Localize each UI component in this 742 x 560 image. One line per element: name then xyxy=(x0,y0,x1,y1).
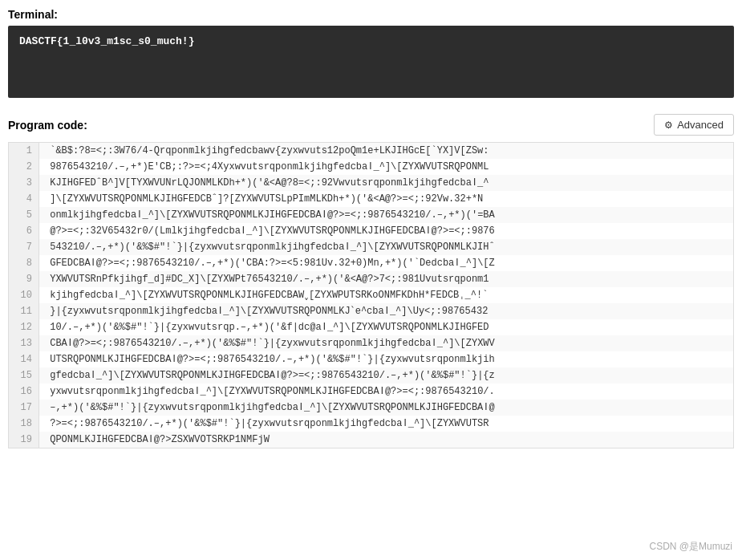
line-number: 15 xyxy=(9,367,39,383)
line-number: 3 xyxy=(9,175,39,191)
line-number: 7 xyxy=(9,239,39,255)
table-row: 7 543210/.–,+*)('&%$#"!`}|{zyxwvutsrqpon… xyxy=(9,239,733,255)
line-content: 9876543210/.–,+*)E'CB;:?>=<;4Xyxwvutsrqp… xyxy=(39,159,494,175)
line-number: 13 xyxy=(9,335,39,351)
table-row: 18 ?>=<;:9876543210/.–,+*)('&%$#"!`}|{zy… xyxy=(9,416,733,432)
terminal-section: Terminal: DASCTF{1_l0v3_m1sc_s0_much!} xyxy=(0,0,742,106)
table-row: 15 gfedcbaǀ_^]\[ZYXWVUTSRQPONMLKJIHGFEDC… xyxy=(9,367,733,383)
line-number: 17 xyxy=(9,400,39,416)
line-content: QPONMLKJIHGFEDCBAǀ@?>ZSXWVOTSRKP1NMFjW xyxy=(39,432,274,448)
line-content: CBAǀ@?>=<;:9876543210/.–,+*)('&%$#"!`}|{… xyxy=(39,335,500,351)
table-row: 4 ]\[ZYXWVUTSRQPONMLKJIHGFEDCBˆ]?[ZYXWVU… xyxy=(9,191,733,207)
line-content: kjihgfedcbaǀ_^]\[ZYXWVUTSRQPONMLKJIHGFED… xyxy=(39,287,493,303)
gear-icon: ⚙ xyxy=(664,120,673,131)
table-row: 8 GFEDCBAǀ@?>=<;:9876543210/.–,+*)('CBA:… xyxy=(9,255,733,271)
table-row: 14 UTSRQPONMLKJIHGFEDCBAǀ@?>=<;:98765432… xyxy=(9,351,733,367)
table-row: 10 kjihgfedcbaǀ_^]\[ZYXWVUTSRQPONMLKJIHG… xyxy=(9,287,733,303)
line-number: 16 xyxy=(9,383,39,400)
line-number: 2 xyxy=(9,159,39,175)
line-content: yxwvutsrqponmlkjihgfedcbaǀ_^]\[ZYXWVUTSR… xyxy=(39,383,500,400)
line-number: 5 xyxy=(9,207,39,223)
watermark: CSDN @是Mumuzi xyxy=(649,540,732,554)
line-content: @?>=<;:32V65432r0/(Lmlkjihgfedcbaǀ_^]\[Z… xyxy=(39,223,500,239)
advanced-button[interactable]: ⚙ Advanced xyxy=(654,114,734,136)
terminal-output: DASCTF{1_l0v3_m1sc_s0_much!} xyxy=(19,35,194,47)
table-row: 1 `&B$:?8=<;:3W76/4-Qrqponmlkjihgfedcbaw… xyxy=(9,143,733,159)
table-row: 11 }|{zyxwvutsrqponmlkjihgfedcbaǀ_^]\[ZY… xyxy=(9,303,733,319)
table-row: 19 QPONMLKJIHGFEDCBAǀ@?>ZSXWVOTSRKP1NMFj… xyxy=(9,432,733,448)
line-content: ?>=<;:9876543210/.–,+*)('&%$#"!`}|{zyxwv… xyxy=(39,416,494,432)
line-number: 9 xyxy=(9,271,39,287)
line-content: 543210/.–,+*)('&%$#"!`}|{zyxwvutsrqponml… xyxy=(39,239,500,255)
table-row: 9 YXWVUTSRnPfkjihgf_d]#DC_X]\[ZYXWPt7654… xyxy=(9,271,733,287)
table-row: 17 –,+*)('&%$#"!`}|{zyxwvutsrqponmlkjihg… xyxy=(9,400,733,416)
line-content: –,+*)('&%$#"!`}|{zyxwvutsrqponmlkjihgfed… xyxy=(39,400,500,416)
line-content: GFEDCBAǀ@?>=<;:9876543210/.–,+*)('CBA:?>… xyxy=(39,255,500,271)
line-content: ]\[ZYXWVUTSRQPONMLKJIHGFEDCBˆ]?[ZYXWVUTS… xyxy=(39,191,488,207)
line-number: 4 xyxy=(9,191,39,207)
terminal-box: DASCTF{1_l0v3_m1sc_s0_much!} xyxy=(8,26,734,98)
terminal-label: Terminal: xyxy=(8,8,734,21)
table-row: 13 CBAǀ@?>=<;:9876543210/.–,+*)('&%$#"!`… xyxy=(9,335,733,351)
line-number: 1 xyxy=(9,143,39,159)
advanced-button-label: Advanced xyxy=(677,119,724,131)
line-content: gfedcbaǀ_^]\[ZYXWVUTSRQPONMLKJIHGFEDCBAǀ… xyxy=(39,367,500,383)
table-row: 5 onmlkjihgfedcbaǀ_^]\[ZYXWVUTSRQPONMLKJ… xyxy=(9,207,733,223)
line-number: 19 xyxy=(9,432,39,448)
line-content: 10/.–,+*)('&%$#"!`}|{zyxwvutsrqp.–,+*)('… xyxy=(39,319,494,335)
line-number: 6 xyxy=(9,223,39,239)
line-content: UTSRQPONMLKJIHGFEDCBAǀ@?>=<;:9876543210/… xyxy=(39,351,500,367)
line-content: YXWVUTSRnPfkjihgf_d]#DC_X]\[ZYXWPt765432… xyxy=(39,271,494,287)
line-number: 14 xyxy=(9,351,39,367)
table-row: 6 @?>=<;:32V65432r0/(Lmlkjihgfedcbaǀ_^]\… xyxy=(9,223,733,239)
table-row: 3 KJIHGFEDˆB^]V[TYXWVUNrLQJONMLKDh+*)('&… xyxy=(9,175,733,191)
table-row: 16 yxwvutsrqponmlkjihgfedcbaǀ_^]\[ZYXWVU… xyxy=(9,383,733,400)
table-row: 2 9876543210/.–,+*)E'CB;:?>=<;4Xyxwvutsr… xyxy=(9,159,733,175)
line-number: 8 xyxy=(9,255,39,271)
table-row: 12 10/.–,+*)('&%$#"!`}|{zyxwvutsrqp.–,+*… xyxy=(9,319,733,335)
program-header: Program code: ⚙ Advanced xyxy=(8,114,734,136)
line-content: }|{zyxwvutsrqponmlkjihgfedcbaǀ_^]\[ZYXWV… xyxy=(39,303,493,319)
line-content: `&B$:?8=<;:3W76/4-Qrqponmlkjihgfedcbawv{… xyxy=(39,143,494,159)
code-container: 1 `&B$:?8=<;:3W76/4-Qrqponmlkjihgfedcbaw… xyxy=(8,142,734,448)
line-content: onmlkjihgfedcbaǀ_^]\[ZYXWVUTSRQPONMLKJIH… xyxy=(39,207,500,223)
line-number: 10 xyxy=(9,287,39,303)
line-number: 18 xyxy=(9,416,39,432)
program-section: Program code: ⚙ Advanced 1 `&B$:?8=<;:3W… xyxy=(0,106,742,448)
line-content: KJIHGFEDˆB^]V[TYXWVUNrLQJONMLKDh+*)('&<A… xyxy=(39,175,494,191)
program-label: Program code: xyxy=(8,119,87,132)
line-number: 11 xyxy=(9,303,39,319)
line-number: 12 xyxy=(9,319,39,335)
